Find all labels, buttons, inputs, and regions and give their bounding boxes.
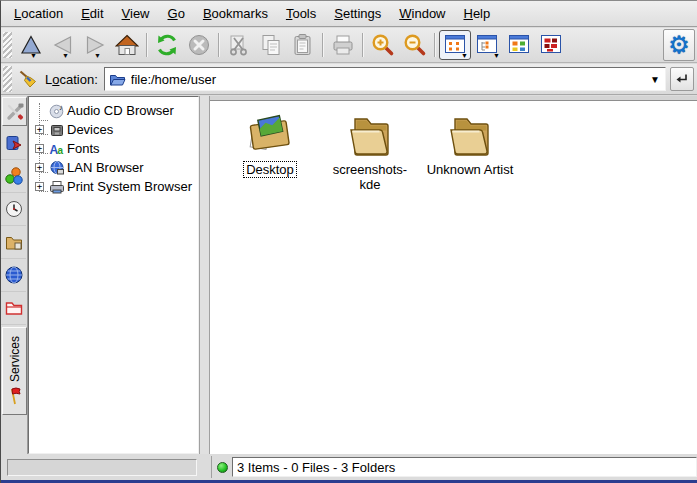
tree-item-label: Devices [67, 122, 113, 137]
konqueror-window: LocationEditViewGoBookmarksToolsSettings… [0, 0, 697, 483]
copy-button[interactable] [255, 30, 287, 60]
home-folder-icon [4, 232, 24, 252]
location-label: Location: [45, 72, 98, 87]
clear-location-button[interactable] [15, 64, 41, 94]
home-icon [115, 33, 139, 57]
combo-dropdown-arrow-icon[interactable]: ▼ [647, 74, 663, 85]
reload-button[interactable] [151, 30, 183, 60]
menu-settings[interactable]: Settings [325, 3, 390, 24]
reload-icon [155, 33, 179, 57]
file-item-desktop[interactable]: Desktop [224, 109, 316, 192]
globe-icon [4, 265, 24, 285]
tree-item-label: LAN Browser [67, 160, 144, 175]
tree-item-devices[interactable]: +Devices [34, 120, 198, 139]
print-button[interactable] [327, 30, 359, 60]
icon-grid: Desktopscreenshots-kdeUnknown Artist [210, 101, 697, 192]
zoom-in-button[interactable] [367, 30, 399, 60]
tree-branch-line [39, 153, 48, 154]
red-flag-icon [6, 386, 24, 406]
expand-plus-icon[interactable]: + [35, 182, 44, 191]
sidebar-tab-label: Services [8, 336, 22, 382]
menu-edit[interactable]: Edit [72, 3, 112, 24]
menu-bar: LocationEditViewGoBookmarksToolsSettings… [1, 1, 697, 27]
menu-tools[interactable]: Tools [277, 3, 325, 24]
sidebar-tab-configure[interactable] [2, 97, 27, 126]
file-item-unknown-artist[interactable]: Unknown Artist [424, 109, 516, 192]
panel-splitter[interactable] [199, 96, 210, 454]
sidebar-tab-devices[interactable] [1, 160, 26, 193]
zoom-out-icon [403, 33, 427, 57]
tree-expander[interactable]: + [34, 125, 49, 134]
multicolumn-view-button[interactable] [503, 30, 535, 60]
up-button[interactable]: ▼ [15, 30, 47, 60]
content-area: Services ♪Audio CD Browser+Devices+AaFon… [1, 96, 697, 454]
sidebar-tab-home-directory[interactable] [1, 226, 26, 259]
colored-balls-icon [4, 166, 24, 186]
menu-view[interactable]: View [113, 3, 159, 24]
sidebar-tab-root-directory[interactable] [1, 292, 26, 325]
expand-plus-icon[interactable]: + [35, 163, 44, 172]
tree-expander[interactable]: + [34, 144, 49, 153]
bookmark-icon [4, 133, 24, 153]
zoom-out-button[interactable] [399, 30, 431, 60]
folder-icon-view[interactable]: Desktopscreenshots-kdeUnknown Artist [210, 96, 697, 454]
toolbar-separator [434, 33, 436, 57]
tree-item-print-system-browser[interactable]: +Print System Browser [34, 177, 198, 196]
menu-location[interactable]: Location [5, 3, 72, 24]
sidebar-tab-services[interactable]: Services [2, 327, 27, 415]
multicolumn-view-icon [508, 34, 530, 56]
status-led-icon [217, 462, 228, 473]
stop-icon [187, 33, 211, 57]
location-input[interactable]: file:/home/user [131, 72, 647, 87]
cut-button[interactable] [223, 30, 255, 60]
forward-button[interactable]: ▼ [79, 30, 111, 60]
file-item-label: screenshots-kde [324, 162, 416, 192]
bottom-bar: 3 Items - 0 Files - 3 Folders [1, 454, 697, 480]
expand-plus-icon[interactable]: + [35, 144, 44, 153]
sidebar-tab-history[interactable] [1, 193, 26, 226]
status-text: 3 Items - 0 Files - 3 Folders [237, 460, 395, 475]
dropdown-arrow-icon: ▼ [30, 52, 37, 59]
expand-plus-icon[interactable]: + [35, 125, 44, 134]
tree-expander[interactable]: + [34, 163, 49, 172]
tree-item-audio-cd-browser[interactable]: ♪Audio CD Browser [34, 101, 198, 120]
svg-text:♪: ♪ [59, 103, 63, 112]
toolbar-separator [218, 33, 220, 57]
sidebar-status-bar [7, 459, 197, 476]
menu-bookmarks[interactable]: Bookmarks [194, 3, 277, 24]
tree-branch-line [39, 172, 48, 173]
sidebar-tab-network[interactable] [1, 259, 26, 292]
tree-view-button[interactable]: ▼ [471, 30, 503, 60]
tree-item-label: Print System Browser [67, 179, 192, 194]
location-combobox[interactable]: file:/home/user ▼ [104, 67, 666, 91]
menu-go[interactable]: Go [159, 3, 194, 24]
folder-icon [344, 109, 396, 157]
home-button[interactable] [111, 30, 143, 60]
tree-expander[interactable]: + [34, 182, 49, 191]
icon-view-button[interactable]: ▼ [439, 30, 471, 60]
stop-button[interactable] [183, 30, 215, 60]
dropdown-arrow-icon: ▼ [461, 52, 468, 59]
status-bar: 3 Items - 0 Files - 3 Folders [211, 456, 697, 478]
device-icon [49, 122, 67, 138]
tree-item-lan-browser[interactable]: +LAN Browser [34, 158, 198, 177]
printer-icon [331, 33, 355, 57]
tree-item-label: Audio CD Browser [67, 103, 174, 118]
toolbar-separator [146, 33, 148, 57]
crossed-tools-icon [5, 102, 25, 122]
menu-help[interactable]: Help [455, 3, 500, 24]
paste-button[interactable] [287, 30, 319, 60]
toolbar-drag-handle[interactable] [3, 66, 12, 92]
print-system-icon [49, 179, 67, 195]
konqueror-logo[interactable]: ⚙ [663, 29, 695, 61]
go-button[interactable] [670, 67, 694, 91]
menu-window[interactable]: Window [390, 3, 454, 24]
back-button[interactable]: ▼ [47, 30, 79, 60]
detail-view-button[interactable] [535, 30, 567, 60]
folder-icon [444, 109, 496, 157]
paste-icon [291, 33, 315, 57]
sidebar-tab-bookmarks[interactable] [1, 127, 26, 160]
toolbar-drag-handle[interactable] [3, 32, 12, 58]
file-item-screenshots-kde[interactable]: screenshots-kde [324, 109, 416, 192]
tree-item-fonts[interactable]: +AaFonts [34, 139, 198, 158]
